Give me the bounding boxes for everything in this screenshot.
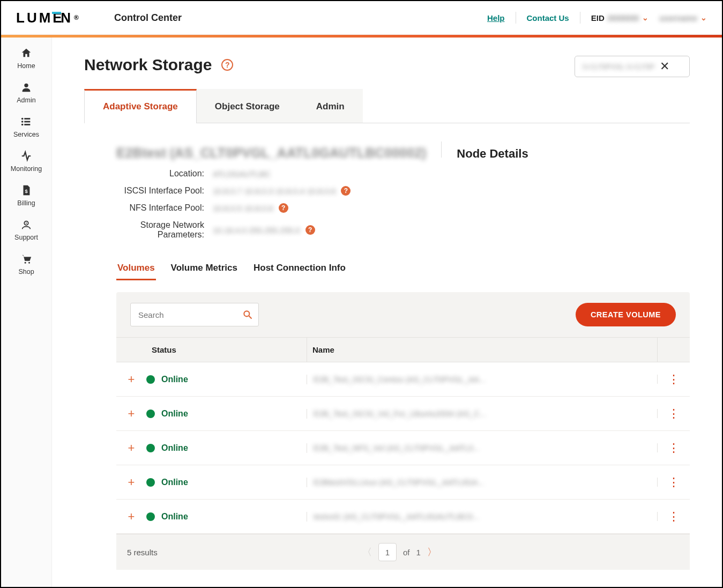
sidebar-item-label: Home — [17, 62, 35, 70]
detail-label-storage-net: Storage Network Parameters: — [116, 220, 213, 240]
file-dollar-icon: $ — [20, 184, 32, 196]
tab-adaptive-storage[interactable]: Adaptive Storage — [84, 89, 197, 123]
name-cell: testvol1 (AS_CLT0PVGL_AATL0GAUTLBC0... — [314, 512, 480, 521]
activity-icon — [20, 150, 32, 162]
svg-rect-4 — [24, 121, 30, 123]
scope-value: S-CLT0PVGL S-CLT0P — [583, 63, 654, 71]
divider — [441, 142, 442, 158]
sidebar-item-monitoring[interactable]: Monitoring — [11, 150, 42, 173]
svg-line-13 — [249, 316, 252, 319]
volumes-card: CREATE VOLUME Status Name + Online E2B_T… — [116, 292, 690, 570]
top-right: Help Contact Us EID 0000000 ⌄ username ⌄ — [487, 12, 707, 24]
expand-row-icon[interactable]: + — [116, 510, 146, 524]
sidebar-item-label: Shop — [18, 268, 34, 276]
row-actions-icon[interactable]: ⋮ — [658, 373, 690, 386]
svg-point-3 — [21, 121, 24, 123]
expand-row-icon[interactable]: + — [116, 407, 146, 421]
help-icon[interactable]: ? — [341, 186, 351, 196]
status-dot-icon — [146, 444, 155, 452]
table-header: Status Name — [116, 337, 690, 362]
col-name[interactable]: Name — [307, 338, 658, 362]
help-icon[interactable]: ? — [305, 225, 315, 235]
page-total: 1 — [416, 548, 420, 557]
status-dot-icon — [146, 478, 155, 487]
help-icon[interactable]: ? — [221, 59, 233, 71]
row-actions-icon[interactable]: ⋮ — [658, 475, 690, 489]
col-status[interactable]: Status — [146, 338, 307, 362]
sidebar: Home Admin Services Monitoring $ Billing… — [1, 38, 52, 587]
results-count: 5 results — [127, 548, 158, 557]
subtab-host-connection[interactable]: Host Connection Info — [252, 259, 347, 280]
row-actions-icon[interactable]: ⋮ — [658, 441, 690, 455]
contact-link[interactable]: Contact Us — [527, 13, 569, 23]
content-area: Network Storage ? S-CLT0PVGL S-CLT0P ✕ A… — [52, 38, 722, 587]
sidebar-item-admin[interactable]: Admin — [17, 81, 35, 104]
sidebar-item-label: Support — [14, 234, 38, 241]
detail-label-nfs: NFS Interface Pool: — [116, 203, 213, 213]
name-cell: E2B_Test_NFS_Vol (AS_CLT0PVGL_AATL0... — [314, 443, 480, 452]
user-icon — [20, 81, 32, 93]
sidebar-item-support[interactable]: Support — [14, 219, 38, 241]
cart-icon — [20, 253, 32, 265]
expand-row-icon[interactable]: + — [116, 441, 146, 455]
table-row: + Online testvol1 (AS_CLT0PVGL_AATL0GAUT… — [116, 500, 690, 534]
top-bar: LUMN® Control Center Help Contact Us EID… — [1, 1, 722, 35]
table-body: + Online E2B_Test_ISCSI_Centos (AS_CLT0P… — [116, 362, 690, 534]
node-details: Location: ATLDGAUTLBC ISCSI Interface Po… — [116, 165, 690, 243]
page-title: Network Storage ? — [84, 56, 233, 74]
table-row: + Online E2B_Test_NFS_Vol (AS_CLT0PVGL_A… — [116, 431, 690, 465]
main-tabs: Adaptive Storage Object Storage Admin — [84, 89, 690, 123]
status-label: Online — [161, 512, 188, 522]
create-volume-button[interactable]: CREATE VOLUME — [576, 303, 676, 326]
chevron-down-icon: ⌄ — [642, 13, 649, 22]
sidebar-item-billing[interactable]: $ Billing — [17, 184, 35, 207]
detail-label-location: Location: — [116, 169, 213, 178]
status-label: Online — [161, 443, 188, 453]
expand-row-icon[interactable]: + — [116, 475, 146, 489]
table-row: + Online E2B_Test_ISCSI_Vol_For_Ubuntu20… — [116, 397, 690, 431]
detail-value-iscsi: 10.8.0.7 10.8.0.3 10.8.0.4 10.8.0.6 — [213, 187, 336, 196]
scope-chip[interactable]: S-CLT0PVGL S-CLT0P ✕ — [575, 56, 690, 77]
user-name: username — [659, 13, 697, 23]
name-cell: E2BtestVOLLinux (AS_CLT0PVGL_AATL0GA... — [314, 478, 485, 487]
subtab-volumes[interactable]: Volumes — [116, 259, 156, 280]
expand-row-icon[interactable]: + — [116, 373, 146, 386]
eid-selector[interactable]: EID 0000000 ⌄ — [591, 13, 649, 23]
col-actions — [658, 338, 690, 362]
status-cell: Online — [146, 409, 307, 419]
sidebar-item-shop[interactable]: Shop — [18, 253, 34, 276]
node-details-title: Node Details — [457, 147, 528, 161]
pager: 〈 1 of 1 〉 — [362, 543, 437, 561]
status-cell: Online — [146, 478, 307, 487]
svg-point-5 — [21, 124, 24, 126]
help-icon[interactable]: ? — [279, 203, 288, 213]
page-of-label: of — [403, 548, 410, 557]
row-actions-icon[interactable]: ⋮ — [658, 510, 690, 524]
gear-users-icon — [20, 219, 32, 230]
home-icon — [20, 47, 32, 59]
close-icon[interactable]: ✕ — [660, 61, 669, 72]
svg-point-1 — [21, 118, 24, 120]
search-input[interactable] — [138, 310, 229, 319]
prev-page-icon[interactable]: 〈 — [362, 546, 372, 559]
row-actions-icon[interactable]: ⋮ — [658, 407, 690, 421]
status-label: Online — [161, 478, 188, 487]
sidebar-item-home[interactable]: Home — [17, 47, 35, 70]
tab-admin[interactable]: Admin — [298, 89, 363, 123]
subtab-volume-metrics[interactable]: Volume Metrics — [170, 259, 238, 280]
search-icon — [242, 309, 253, 320]
sidebar-item-label: Monitoring — [11, 165, 42, 173]
page-number[interactable]: 1 — [378, 543, 397, 561]
help-link[interactable]: Help — [487, 13, 505, 23]
tab-object-storage[interactable]: Object Storage — [197, 89, 298, 123]
status-cell: Online — [146, 443, 307, 453]
status-cell: Online — [146, 375, 307, 384]
svg-point-9 — [26, 222, 27, 224]
volumes-search[interactable] — [130, 303, 259, 326]
col-expand — [116, 338, 146, 362]
user-selector[interactable]: username ⌄ — [659, 13, 707, 23]
next-page-icon[interactable]: 〉 — [427, 546, 437, 559]
chevron-down-icon: ⌄ — [700, 13, 707, 22]
sidebar-item-services[interactable]: Services — [13, 116, 39, 138]
name-cell: E2B_Test_ISCSI_Centos (AS_CLT0PVGL_AA... — [314, 375, 486, 384]
